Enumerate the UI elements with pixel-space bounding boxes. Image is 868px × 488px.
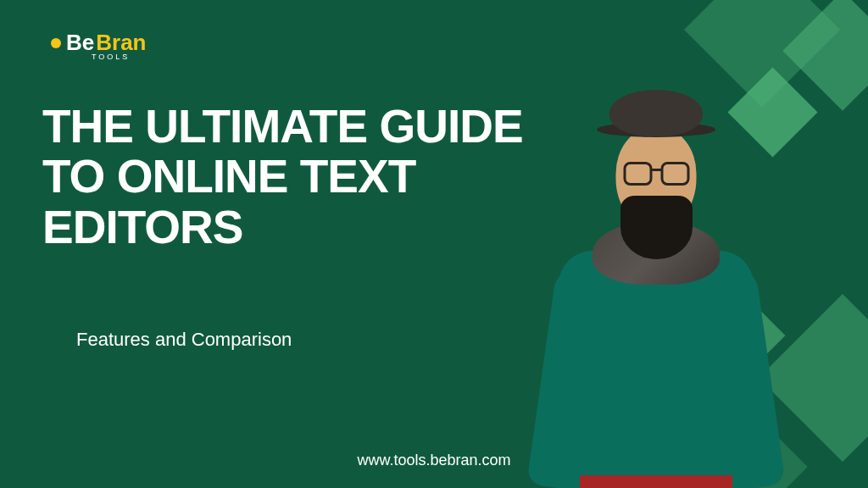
hat-shape <box>609 90 703 136</box>
page-title: THE ULTIMATE GUIDE TO ONLINE TEXT EDITOR… <box>42 102 585 252</box>
bridge-shape <box>651 169 661 171</box>
page-subtitle: Features and Comparison <box>76 329 292 351</box>
lens-shape <box>623 162 652 186</box>
person-illustration <box>529 90 783 488</box>
lens-shape <box>660 162 689 186</box>
logo-text-tools: TOOLS <box>92 53 130 61</box>
glasses-icon <box>623 162 689 186</box>
beard-shape <box>620 196 693 259</box>
logo-text-be: Be <box>66 30 94 56</box>
website-url: www.tools.bebran.com <box>357 452 510 469</box>
logo-dot-icon <box>51 38 61 48</box>
pants-shape <box>580 475 732 488</box>
face-shape <box>616 128 697 230</box>
